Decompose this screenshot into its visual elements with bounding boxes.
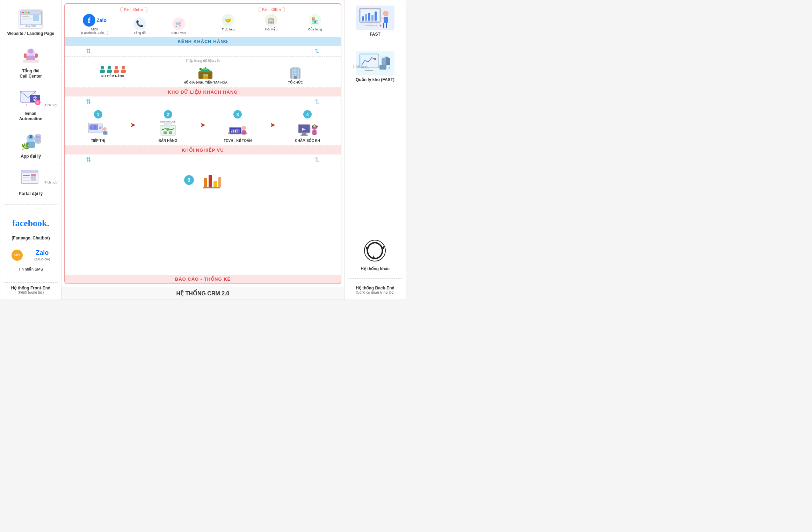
svg-rect-129 xyxy=(384,17,388,23)
online-badge-text: Kênh Online xyxy=(120,7,147,12)
svg-rect-73 xyxy=(293,71,295,73)
svg-rect-83 xyxy=(92,126,94,129)
process-chamsoc: 4 xyxy=(278,110,337,143)
quanlykho-svg-icon: → ↗ xyxy=(358,52,393,75)
hogiadinh-label: HỘ GIA ĐÌNH, TIỆM TẠP HÓA xyxy=(184,81,227,84)
hoithao-label: Hội thảo xyxy=(265,28,278,31)
right-footer-subtitle: (Công cụ quản lý nội bộ) xyxy=(348,290,402,294)
svg-rect-115 xyxy=(204,178,207,187)
svg-rect-121 xyxy=(362,16,364,21)
report-num: 5 xyxy=(184,175,194,185)
right-panel: + ✕ FAST (Tích hợp) xyxy=(345,0,406,300)
svg-text:+: + xyxy=(379,24,382,28)
kho-label: KHO DỮ LIỆU KHÁCH HÀNG xyxy=(65,88,341,96)
left-item-email: @ ✉ ✦ ◆ Email Automation (Tích hợp) xyxy=(4,86,58,125)
online-channels: f Zalo MXH(Facebook, Zalo,...) 📞 Tổng xyxy=(67,14,201,35)
svg-point-60 xyxy=(122,66,125,69)
data-kh-tiemnang: KH TIỀM NĂNG xyxy=(70,65,156,78)
svg-text:driveCRM: driveCRM xyxy=(25,25,36,27)
center-bordered: Kênh Online f Zalo MXH(Facebook, Zalo,..… xyxy=(64,3,341,284)
svg-rect-57 xyxy=(107,70,112,73)
svg-rect-81 xyxy=(99,128,101,129)
left-footer: Hệ thống Front-End (Kênh tương tác) xyxy=(4,282,58,294)
kenh-khach-hang-label: KÊNH KHÁCH HÀNG xyxy=(65,37,341,46)
hethongkhac-icon xyxy=(361,237,389,265)
process-num-4: 4 xyxy=(303,110,312,118)
svg-rect-102 xyxy=(235,130,236,132)
process-banhang: 2 CONTRACT BÁN HÀNG xyxy=(138,110,198,143)
zalo-logo-icon: Zalo xyxy=(36,249,49,257)
left-footer-title: Hệ thống Front-End xyxy=(4,286,58,290)
svg-text:📞: 📞 xyxy=(136,20,144,28)
left-item-portal: Portal đại lý (Tích hợp) xyxy=(4,166,58,200)
svg-rect-112 xyxy=(312,125,313,128)
svg-rect-41 xyxy=(31,174,36,176)
svg-rect-82 xyxy=(90,127,92,129)
svg-marker-148 xyxy=(372,255,375,259)
fb-icon: f xyxy=(83,14,95,27)
svg-rect-116 xyxy=(209,175,212,187)
svg-text:→: → xyxy=(379,55,382,58)
channel-tmdt: 🛒 Sàn TMĐT xyxy=(172,17,187,35)
right-divider-2 xyxy=(348,278,402,279)
svg-text:✕: ✕ xyxy=(375,24,378,28)
svg-rect-8 xyxy=(33,15,39,21)
barchart-icon xyxy=(201,171,222,190)
left-item-facebook: facebook. (Fanpage, Chatbot) xyxy=(4,210,58,244)
offline-badge: Kênh Offline xyxy=(205,6,339,12)
tich-hop-right-label: (Tích hợp) xyxy=(353,65,368,69)
fast-svg-icon: + ✕ xyxy=(358,7,393,29)
svg-rect-68 xyxy=(206,74,208,76)
left-footer-subtitle: (Kênh tương tác) xyxy=(4,290,58,294)
right-item-hethongkhac: Hệ thống khác xyxy=(361,237,390,271)
quanlykho-icon: → ↗ xyxy=(356,51,394,76)
svg-point-86 xyxy=(103,127,107,131)
banhang-icon: CONTRACT xyxy=(157,120,179,138)
svg-point-3 xyxy=(25,12,27,14)
svg-rect-111 xyxy=(312,130,317,135)
right-divider-1 xyxy=(348,44,402,44)
svg-rect-5 xyxy=(22,16,29,17)
data-types: KH TIỀM NĂNG STORE HỘ GIA xyxy=(68,64,337,85)
offline-section: Kênh Offline 🤝 Trực tiếp xyxy=(203,4,341,37)
svg-rect-39 xyxy=(23,180,30,181)
svg-point-4 xyxy=(28,12,29,14)
callcenter-icon xyxy=(17,46,45,67)
svg-rect-92 xyxy=(164,131,167,134)
svg-rect-74 xyxy=(296,71,298,73)
person4-icon xyxy=(120,65,126,73)
person1-icon xyxy=(99,65,106,73)
conference-icon: 🏢 xyxy=(265,14,277,27)
bao-cao-label: BÁO CÁO - THỐNG KÊ xyxy=(65,275,341,283)
svg-rect-59 xyxy=(114,70,119,73)
store-small-icon: STORE xyxy=(197,65,214,79)
svg-text:STORE: STORE xyxy=(201,67,210,70)
arrow-up-1: ⇅ xyxy=(86,47,91,55)
svg-rect-93 xyxy=(169,131,172,134)
svg-point-98 xyxy=(242,126,246,130)
process-num-2: 2 xyxy=(164,110,172,118)
svg-point-2 xyxy=(22,12,24,14)
svg-rect-90 xyxy=(164,122,171,126)
svg-rect-113 xyxy=(316,125,318,128)
svg-rect-7 xyxy=(22,20,31,20)
ketoan-label: TCVH - KẾ TOÁN xyxy=(224,139,252,143)
arrow-up-3: ⇅ xyxy=(86,98,91,106)
svg-rect-124 xyxy=(371,15,374,21)
app-label: App đại lý xyxy=(21,154,41,159)
section-arrows-2: ⇅ ⇅ xyxy=(65,96,341,107)
left-item-website: driveCRM Website / Landing Page xyxy=(4,6,58,39)
tiepthi-icon: 📊 xyxy=(87,120,109,138)
right-item-quanlykho: (Tích hợp) xyxy=(356,51,394,82)
callcenter-label2: Call Center xyxy=(20,74,42,79)
tap-trung-label: (Tập trung dữ liệu về) xyxy=(68,59,337,63)
channel-hoithao: 🏢 Hội thảo xyxy=(265,14,277,31)
portal-icon xyxy=(17,168,45,189)
right-footer: Hệ thống Back-End (Công cụ quản lý nội b… xyxy=(348,286,402,294)
center-panel: Kênh Online f Zalo MXH(Facebook, Zalo,..… xyxy=(61,0,345,300)
svg-rect-100 xyxy=(231,131,232,132)
person3-icon xyxy=(113,65,119,73)
right-footer-title: Hệ thống Back-End xyxy=(348,286,402,290)
data-hogia-dinh: STORE HỘ GIA ĐÌNH, TIỆM TẠP HÓA xyxy=(159,65,253,84)
arrow-2: ➤ xyxy=(200,110,206,129)
